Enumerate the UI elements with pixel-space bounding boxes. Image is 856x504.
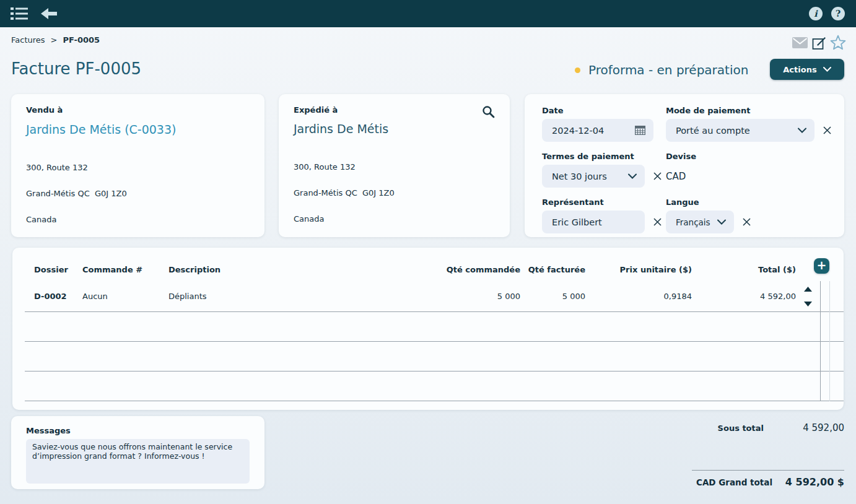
payment-mode-select[interactable]: Porté au compte [666,119,815,142]
top-app-bar: i ? [0,0,856,27]
chevron-down-icon [628,173,637,179]
payment-terms-select[interactable]: Net 30 jours [542,165,645,188]
breadcrumb-current: PF-0005 [63,35,100,45]
line-items-card: Dossier Commande # Description Qté comma… [12,248,844,410]
ship-to-name: Jardins De Métis [294,122,495,136]
address-line: Grand-Métis QC G0J 1Z0 [26,189,250,198]
page-title: Facture PF-0005 [11,59,141,78]
col-header-total: Total ($) [692,265,796,274]
table-scrollbar-track[interactable] [829,281,830,401]
help-icon[interactable]: ? [831,7,845,20]
clear-payment-mode-icon[interactable] [823,126,831,134]
move-row-up-icon[interactable] [804,284,812,293]
empty-table-row [25,342,844,371]
breadcrumb-parent[interactable]: Factures [11,35,45,45]
clear-sales-rep-icon[interactable] [653,218,662,226]
ship-to-card: Expédié à Jardins De Métis 300, Route 13… [279,94,510,237]
cell-total[interactable]: 4 592,00 [692,292,796,301]
subtotal-label: Sous total [692,424,764,433]
empty-table-row [25,312,844,342]
actions-button[interactable]: Actions [770,59,844,80]
col-header-qty-ordered: Qté commandée [396,265,520,274]
payment-mode-value: Porté au compte [676,126,750,136]
col-header-dossier: Dossier [25,265,82,274]
sales-rep-input[interactable]: Eric Gilbert [542,211,645,233]
cell-dossier[interactable]: D-0002 [25,292,82,301]
col-header-qty-invoiced: Qté facturée [520,265,585,274]
col-header-commande: Commande # [82,265,168,274]
payment-terms-value: Net 30 jours [552,172,607,181]
line-items-header-row: Dossier Commande # Description Qté comma… [25,258,844,281]
cell-commande[interactable]: Aucun [82,292,168,301]
language-value: Français [676,217,710,227]
ship-to-address: 300, Route 132 Grand-Métis QC G0J 1Z0 Ca… [294,146,495,241]
breadcrumb-separator: > [51,35,58,45]
language-select[interactable]: Français [666,211,734,233]
move-row-down-icon[interactable] [804,299,812,308]
totals-divider [692,470,844,471]
invoice-details-card: Date 2024-12-04 Mode de paiement [525,94,844,237]
date-input[interactable]: 2024-12-04 [542,119,653,142]
cell-qty-invoiced[interactable]: 5 000 [520,292,585,301]
ship-to-label: Expédié à [294,105,338,115]
info-icon[interactable]: i [809,7,823,20]
language-label: Langue [666,198,831,207]
favorite-star-icon[interactable] [830,35,846,51]
status-badge: Proforma - en préparation [575,63,748,77]
table-right-border [820,281,821,401]
clear-payment-terms-icon[interactable] [653,172,662,180]
clear-language-icon[interactable] [743,218,751,226]
grand-total-value: 4 592,00 $ [785,476,844,488]
add-line-button[interactable]: + [814,258,829,274]
cell-qty-ordered[interactable]: 5 000 [396,292,520,301]
sold-to-label: Vendu à [26,105,250,115]
menu-list-icon[interactable] [11,7,28,20]
sales-rep-value: Eric Gilbert [552,217,602,227]
edit-note-icon[interactable] [812,36,826,50]
sold-to-card: Vendu à Jardins De Métis (C-0033) 300, R… [11,94,264,237]
address-line: 300, Route 132 [26,163,250,172]
currency-value: CAD [666,165,831,188]
address-line: Grand-Métis QC G0J 1Z0 [294,189,495,198]
totals-section: Sous total 4 592,00 CAD Grand total 4 59… [692,422,844,493]
payment-mode-label: Mode de paiement [666,106,831,115]
date-value: 2024-12-04 [552,126,604,136]
sales-rep-label: Représentant [542,198,666,207]
payment-terms-label: Termes de paiement [542,152,666,161]
breadcrumb: Factures > PF-0005 [11,35,100,45]
messages-textarea[interactable]: Saviez-vous que nous offrons maintenant … [26,439,250,484]
actions-button-label: Actions [783,65,816,74]
grand-total-label: CAD Grand total [696,477,772,487]
invoice-page: i ? Factures > PF-0005 Facture PF-0005 P… [0,0,856,504]
customer-link[interactable]: Jardins De Métis (C-0033) [26,123,176,136]
back-arrow-icon[interactable] [41,7,57,20]
status-dot-icon [575,67,580,73]
subtotal-value: 4 592,00 [764,422,844,433]
date-label: Date [542,106,666,115]
address-line: Canada [26,215,250,224]
search-icon[interactable] [482,105,495,118]
chevron-down-icon [823,67,831,72]
table-row: D-0002 Aucun Dépliants 5 000 5 000 0,918… [25,281,844,312]
chevron-down-icon [717,219,726,225]
calendar-icon[interactable] [635,126,645,135]
status-text: Proforma - en préparation [588,63,748,77]
col-header-unit-price: Prix unitaire ($) [585,265,692,274]
col-header-description: Description [168,265,396,274]
currency-label: Devise [666,152,831,161]
address-line: Canada [294,215,495,224]
messages-card: Messages Saviez-vous que nous offrons ma… [11,416,264,489]
sold-to-address: 300, Route 132 Grand-Métis QC G0J 1Z0 Ca… [26,146,250,241]
address-line: 300, Route 132 [294,163,495,172]
cell-description[interactable]: Dépliants [168,292,396,301]
mail-icon[interactable] [792,37,808,48]
chevron-down-icon [798,128,806,133]
messages-label: Messages [26,426,250,435]
cell-unit-price[interactable]: 0,9184 [585,292,692,301]
empty-table-row [25,371,844,401]
